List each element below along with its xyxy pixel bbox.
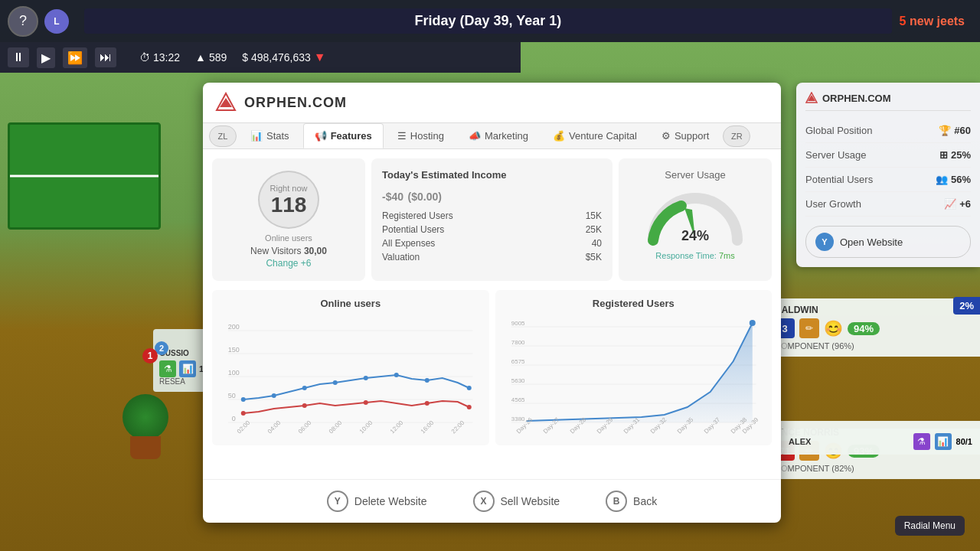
y-btn-icon: Y xyxy=(815,233,834,251)
tab-venture-capital[interactable]: 💰 Venture Capital xyxy=(542,124,648,148)
svg-text:16:00: 16:00 xyxy=(420,419,436,435)
svg-point-25 xyxy=(467,405,472,409)
online-users-chart-title: Online users xyxy=(220,298,482,309)
svg-text:4565: 4565 xyxy=(511,396,524,403)
svg-point-20 xyxy=(467,386,472,390)
day-display: Friday (Day 39, Year 1) xyxy=(84,8,892,34)
svg-point-47 xyxy=(749,320,755,326)
component-label: COMPONENT (96%) xyxy=(775,341,971,350)
modal-footer: Y Delete Website X Sell Website B Back xyxy=(203,479,781,523)
svg-text:5630: 5630 xyxy=(511,377,524,384)
tab-nav-left[interactable]: ZL xyxy=(209,126,237,147)
baldwin-row: 3 ✏ 😊 94% xyxy=(775,318,971,338)
response-time: Response Time: 7ms xyxy=(655,251,734,260)
registered-users-chart: 9005 7800 6575 5630 4565 3380 xyxy=(503,315,765,438)
svg-text:100: 100 xyxy=(228,369,240,377)
alex-panel: ALEX ⚗ 📊 80/1 xyxy=(781,429,980,455)
time-display: ⏱ 13:22 xyxy=(139,51,180,64)
num-badge-1-red: 1 xyxy=(142,348,158,364)
svg-text:0: 0 xyxy=(232,415,236,422)
income-amount: -$40 ($0.00) xyxy=(382,187,602,204)
server-gauge: 24% xyxy=(642,187,749,248)
smiley-icon: 😊 xyxy=(824,319,843,337)
svg-point-24 xyxy=(425,401,430,406)
svg-point-17 xyxy=(364,376,368,380)
website-modal: ORPHEN.COM ZL 📊 Stats 📢 Features ☰ Hosti… xyxy=(203,83,781,523)
playback-controls: ⏸ ▶ ⏩ ⏭ ⏱ 13:22 ▲ 589 $ 498,476,633 ▼ xyxy=(0,42,521,73)
rightnow-circle: Right now 118 xyxy=(258,171,319,229)
user-growth-row: User Growth 📈 +6 xyxy=(805,192,971,217)
online-users-count: 118 xyxy=(271,194,307,216)
tab-support[interactable]: ⚙ Support xyxy=(651,124,720,148)
avatar-button[interactable]: L xyxy=(44,9,69,34)
back-btn-icon: B xyxy=(606,491,627,512)
plant-decoration xyxy=(122,398,168,459)
delete-website-button[interactable]: Y Delete Website xyxy=(327,491,427,512)
online-users-chart: 200 150 100 50 0 xyxy=(220,315,482,438)
modal-tabs: ZL 📊 Stats 📢 Features ☰ Hosting 📣 Market… xyxy=(203,123,781,149)
alex-title: ALEX xyxy=(789,437,909,446)
open-website-button[interactable]: Y Open Website xyxy=(805,226,971,258)
svg-marker-46 xyxy=(526,323,752,422)
stats-top-row: Right now 118 Online users New Visitors … xyxy=(212,158,772,281)
income-panel: Today's Estimated Income -$40 ($0.00) Re… xyxy=(371,158,612,281)
bar-chart-icon: 📊 xyxy=(179,360,196,377)
users-icon: 👥 xyxy=(936,174,948,185)
tab-features[interactable]: 📢 Features xyxy=(303,123,384,148)
pause-button[interactable]: ⏸ xyxy=(8,47,29,67)
potential-users-row: Potential Users 25K xyxy=(382,224,602,235)
modal-header: ORPHEN.COM xyxy=(203,83,781,123)
radial-menu-hint: Radial Menu xyxy=(895,516,965,536)
help-button[interactable]: ? xyxy=(8,6,38,37)
change-label: Change +6 xyxy=(266,258,311,269)
back-button[interactable]: B Back xyxy=(606,491,657,512)
jeets-label: new jeets xyxy=(910,15,965,28)
server-usage-title: Server Usage xyxy=(665,169,725,181)
tab-marketing[interactable]: 📣 Marketing xyxy=(458,124,539,148)
server-usage-row: Server Usage ⊞ 25% xyxy=(805,143,971,168)
edit-button[interactable]: ✏ xyxy=(799,318,819,338)
svg-text:150: 150 xyxy=(228,346,240,354)
registered-users-chart-panel: Registered Users 9005 7800 6575 xyxy=(495,290,773,445)
new-visitors: New Visitors 30,00 xyxy=(250,246,327,256)
svg-text:9005: 9005 xyxy=(511,320,524,327)
sell-website-button[interactable]: X Sell Website xyxy=(473,491,560,512)
svg-point-15 xyxy=(302,386,307,390)
skip-end-button[interactable]: ⏭ xyxy=(95,47,116,67)
svg-text:7800: 7800 xyxy=(511,339,524,346)
percentage-badge: 2% xyxy=(953,297,980,315)
svg-text:50: 50 xyxy=(228,392,236,399)
tab-stats[interactable]: 📊 Stats xyxy=(240,124,300,148)
svg-point-23 xyxy=(364,400,368,405)
top-bar: ? L Friday (Day 39, Year 1) 5 new jeets xyxy=(0,0,980,42)
stats-area: Right now 118 Online users New Visitors … xyxy=(203,149,781,479)
money-display: $ 498,476,633 ▼ xyxy=(242,51,325,64)
svg-point-13 xyxy=(241,397,246,402)
online-users-chart-panel: Online users 200 150 100 50 0 xyxy=(212,290,489,445)
alex-bar-icon: 📊 xyxy=(935,433,952,450)
svg-text:22:00: 22:00 xyxy=(450,419,466,435)
svg-text:6575: 6575 xyxy=(511,358,524,365)
right-info-panel: ORPHEN.COM Global Position 🏆 #60 Server … xyxy=(796,83,980,267)
svg-text:10:00: 10:00 xyxy=(358,419,374,435)
population-display: ▲ 589 xyxy=(195,51,227,64)
svg-point-19 xyxy=(425,378,430,383)
percent-94: 94% xyxy=(848,322,880,335)
norris-component-label: COMPONENT (82%) xyxy=(775,464,971,473)
income-title: Today's Estimated Income xyxy=(382,169,602,181)
delete-btn-icon: Y xyxy=(327,491,348,512)
jeets-count: 5 xyxy=(900,15,906,28)
svg-text:200: 200 xyxy=(228,323,240,331)
svg-text:02:00: 02:00 xyxy=(236,419,252,435)
tab-hosting[interactable]: ☰ Hosting xyxy=(387,124,455,148)
registered-users-chart-title: Registered Users xyxy=(503,298,765,309)
flask-icon: ⚗ xyxy=(159,360,176,377)
grid-icon: ⊞ xyxy=(939,149,948,161)
tab-nav-right[interactable]: ZR xyxy=(723,126,750,147)
alex-flask-icon: ⚗ xyxy=(913,433,930,450)
rightnow-panel: Right now 118 Online users New Visitors … xyxy=(212,158,365,281)
play-button[interactable]: ▶ xyxy=(37,47,55,68)
svg-point-16 xyxy=(333,380,338,385)
ping-pong-table xyxy=(8,122,161,230)
fast-forward-button[interactable]: ⏩ xyxy=(63,47,87,68)
